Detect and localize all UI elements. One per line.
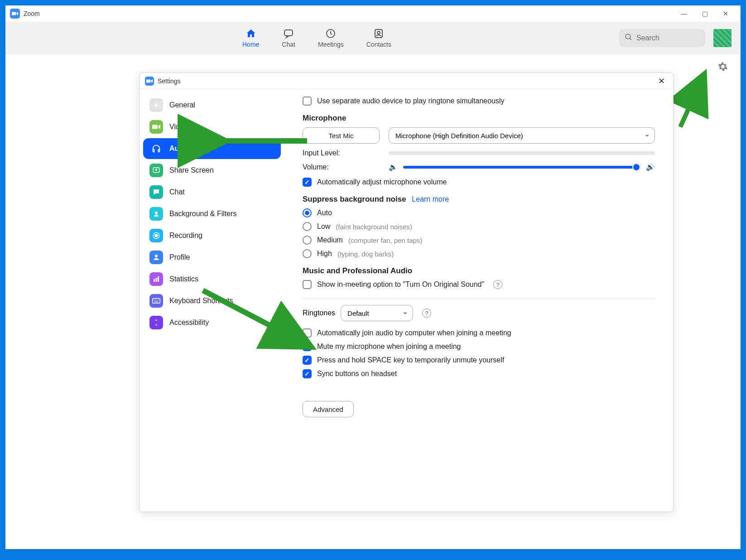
sidebar-item-label: Keyboard Shortcuts [169, 297, 233, 305]
statistics-icon [149, 272, 163, 286]
sidebar-item-label: Background & Filters [169, 210, 237, 218]
dialog-title: Settings [158, 77, 181, 85]
main-toolbar: Home Chat Meetings Contacts Search [5, 22, 741, 54]
volume-slider[interactable] [403, 166, 640, 169]
nav-home[interactable]: Home [242, 28, 259, 48]
checkbox-original-sound[interactable] [303, 280, 312, 289]
speaker-low-icon: 🔈 [389, 163, 398, 171]
profile-icon [149, 251, 163, 264]
help-icon[interactable]: ? [493, 280, 502, 289]
headphones-icon [149, 142, 163, 155]
checkbox-space-unmute[interactable] [303, 356, 312, 365]
label: Press and hold SPACE key to temporarily … [317, 356, 504, 364]
svg-point-21 [156, 319, 157, 321]
label: Auto [317, 209, 332, 217]
section-microphone: Microphone [303, 114, 655, 123]
nav-chat-label: Chat [282, 41, 295, 48]
radio-noise-auto[interactable] [303, 208, 312, 217]
search-icon [625, 33, 633, 43]
sidebar-item-keyboard-shortcuts[interactable]: Keyboard Shortcuts [143, 290, 281, 311]
svg-rect-15 [153, 299, 160, 304]
zoom-window: Zoom — ▢ ✕ Home Chat Meetings Contacts [5, 5, 741, 549]
app-title: Zoom [24, 10, 40, 17]
sidebar-item-video[interactable]: Video [143, 116, 281, 137]
speaker-high-icon: 🔊 [646, 163, 655, 171]
zoom-app-icon [10, 9, 20, 19]
checkbox-auto-adjust-volume[interactable] [303, 178, 312, 187]
section-music: Music and Professional Audio [303, 266, 655, 275]
sidebar-item-audio[interactable]: Audio [143, 138, 281, 159]
maximize-button[interactable]: ▢ [694, 5, 715, 22]
checkbox-separate-device[interactable] [303, 97, 312, 106]
radio-noise-low[interactable] [303, 222, 312, 231]
sidebar-item-label: Recording [169, 232, 202, 240]
sidebar-item-label: Share Screen [169, 166, 214, 174]
sidebar-item-accessibility[interactable]: Accessibility [143, 312, 281, 333]
nav-meetings-label: Meetings [318, 41, 344, 48]
svg-point-17 [155, 300, 156, 301]
checkbox-mute-on-join[interactable] [303, 342, 312, 351]
ringtones-label: Ringtones [303, 309, 335, 317]
ringtones-select[interactable]: Default [341, 305, 413, 321]
content-area: Settings ✕ General Video Audio [5, 54, 741, 549]
svg-rect-14 [158, 276, 159, 282]
sidebar-item-statistics[interactable]: Statistics [143, 269, 281, 290]
input-level-meter [389, 151, 655, 155]
checkbox-auto-join-audio[interactable] [303, 328, 312, 338]
sidebar-item-profile[interactable]: Profile [143, 247, 281, 268]
sidebar-item-label: Chat [169, 188, 185, 196]
search-placeholder: Search [636, 34, 659, 42]
checkbox-sync-headset[interactable] [303, 369, 312, 378]
label: Use separate audio device to play ringto… [317, 97, 505, 105]
sidebar-item-share-screen[interactable]: Share Screen [143, 160, 281, 181]
audio-settings-pane: Use separate audio device to play ringto… [284, 89, 673, 512]
nav-chat[interactable]: Chat [282, 28, 295, 48]
sidebar-item-recording[interactable]: Recording [143, 225, 281, 246]
radio-noise-high[interactable] [303, 249, 312, 258]
background-icon [149, 207, 163, 221]
svg-point-8 [155, 212, 158, 214]
label: Low [317, 222, 330, 231]
label: Medium [317, 236, 343, 244]
settings-dialog: Settings ✕ General Video Audio [139, 72, 674, 512]
settings-sidebar: General Video Audio Share Screen [140, 89, 284, 512]
clock-icon [325, 28, 336, 39]
dialog-header: Settings ✕ [140, 73, 673, 89]
sidebar-item-general[interactable]: General [143, 95, 281, 116]
hint: (typing, dog barks) [337, 250, 394, 258]
hint: (computer fan, pen taps) [348, 237, 422, 244]
advanced-button[interactable]: Advanced [303, 401, 354, 417]
sidebar-item-background[interactable]: Background & Filters [143, 203, 281, 224]
slider-thumb[interactable] [632, 163, 640, 171]
gear-icon[interactable] [718, 62, 728, 73]
learn-more-link[interactable]: Learn more [412, 195, 449, 203]
gear-icon [149, 98, 163, 112]
close-dialog-button[interactable]: ✕ [655, 75, 668, 87]
input-level-label: Input Level: [303, 149, 389, 157]
accessibility-icon [149, 316, 163, 329]
home-icon [245, 28, 256, 39]
close-window-button[interactable]: ✕ [715, 5, 736, 22]
nav-home-label: Home [242, 41, 259, 48]
hint: (faint background noises) [336, 223, 412, 231]
radio-noise-medium[interactable] [303, 236, 312, 245]
chat-icon [149, 185, 163, 199]
svg-rect-20 [154, 302, 158, 303]
nav-contacts[interactable]: Contacts [366, 28, 391, 48]
volume-label: Volume: [303, 163, 383, 171]
test-mic-button[interactable]: Test Mic [303, 127, 380, 144]
microphone-device-select[interactable]: Microphone (High Definition Audio Device… [389, 127, 655, 144]
nav-meetings[interactable]: Meetings [318, 28, 344, 48]
annotation-arrow-gear [676, 72, 712, 133]
sidebar-item-chat[interactable]: Chat [143, 182, 281, 203]
label: Automatically join audio by computer whe… [317, 329, 511, 337]
help-icon[interactable]: ? [422, 309, 431, 318]
chat-icon [283, 28, 294, 39]
label: Mute my microphone when joining a meetin… [317, 343, 461, 351]
minimize-button[interactable]: — [674, 5, 694, 22]
zoom-app-icon [145, 77, 154, 86]
user-avatar[interactable] [713, 29, 732, 47]
search-box[interactable]: Search [619, 29, 705, 47]
label: Automatically adjust microphone volume [317, 178, 447, 186]
sidebar-item-label: Audio [169, 145, 190, 153]
